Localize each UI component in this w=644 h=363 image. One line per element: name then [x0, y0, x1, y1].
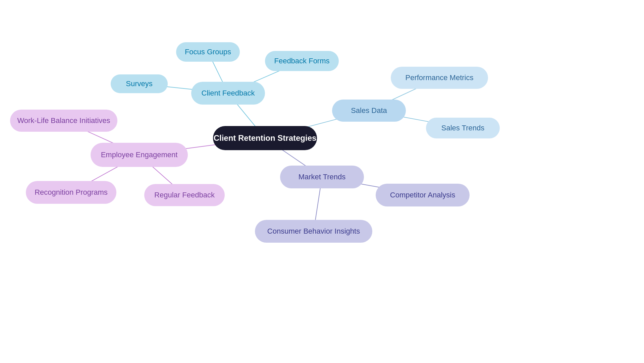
work-life-balance-label: Work-Life Balance Initiatives [17, 116, 110, 126]
surveys-label: Surveys [126, 79, 152, 89]
sales-trends-label: Sales Trends [441, 123, 484, 133]
regular-feedback-node[interactable]: Regular Feedback [144, 184, 225, 206]
market-trends-node[interactable]: Market Trends [280, 166, 364, 188]
recognition-programs-label: Recognition Programs [35, 188, 108, 197]
sales-trends-node[interactable]: Sales Trends [426, 118, 500, 138]
focus-groups-node[interactable]: Focus Groups [176, 42, 240, 62]
feedback-forms-node[interactable]: Feedback Forms [265, 51, 339, 71]
sales-data-label: Sales Data [351, 106, 387, 116]
competitor-analysis-node[interactable]: Competitor Analysis [376, 184, 470, 206]
consumer-behavior-label: Consumer Behavior Insights [267, 227, 360, 236]
client-feedback-label: Client Feedback [202, 88, 255, 98]
center-node-label: Client Retention Strategies [214, 133, 317, 143]
regular-feedback-label: Regular Feedback [154, 190, 215, 200]
surveys-node[interactable]: Surveys [111, 74, 168, 93]
consumer-behavior-node[interactable]: Consumer Behavior Insights [255, 220, 372, 243]
employee-engagement-node[interactable]: Employee Engagement [91, 143, 188, 167]
client-feedback-node[interactable]: Client Feedback [191, 82, 265, 105]
mindmap-container: Client Retention Strategies Client Feedb… [0, 0, 644, 363]
sales-data-node[interactable]: Sales Data [332, 100, 406, 122]
feedback-forms-label: Feedback Forms [274, 56, 329, 66]
performance-metrics-node[interactable]: Performance Metrics [391, 67, 488, 89]
employee-engagement-label: Employee Engagement [101, 150, 178, 160]
competitor-analysis-label: Competitor Analysis [390, 190, 455, 200]
work-life-balance-node[interactable]: Work-Life Balance Initiatives [10, 110, 117, 132]
center-node[interactable]: Client Retention Strategies [213, 126, 317, 150]
market-trends-label: Market Trends [299, 172, 346, 182]
focus-groups-label: Focus Groups [185, 47, 231, 57]
performance-metrics-label: Performance Metrics [406, 73, 474, 83]
recognition-programs-node[interactable]: Recognition Programs [26, 181, 116, 204]
